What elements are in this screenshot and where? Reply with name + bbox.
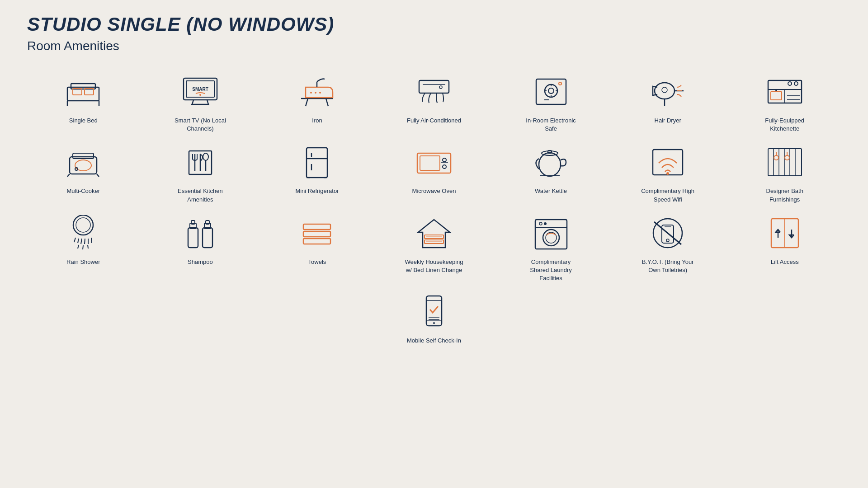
amenity-wifi: Complimentary High Speed Wifi [612, 142, 724, 203]
bath-furnishings-label: Designer Bath Furnishings [755, 187, 814, 203]
bath-furnishings-icon [760, 142, 810, 183]
amenity-single-bed: Single Bed [27, 71, 140, 133]
mini-refrigerator-icon [292, 142, 342, 183]
air-conditioned-icon [409, 71, 459, 112]
svg-point-22 [439, 86, 442, 89]
byot-icon [643, 213, 693, 253]
shampoo-label: Shampoo [188, 258, 213, 266]
svg-line-87 [74, 238, 75, 242]
wifi-label: Complimentary High Speed Wifi [638, 187, 697, 203]
amenities-grid: Single Bed SMART Smart TV (No Local Chan… [27, 71, 841, 345]
amenity-hair-dryer: Hair Dryer [612, 71, 724, 133]
svg-point-32 [655, 83, 675, 99]
svg-point-114 [539, 222, 542, 225]
svg-rect-104 [303, 239, 330, 244]
single-bed-icon [58, 71, 108, 112]
svg-point-81 [774, 155, 778, 160]
svg-point-30 [559, 82, 561, 85]
rain-shower-label: Rain Shower [66, 258, 100, 266]
amenity-microwave-oven: Microwave Oven [378, 142, 491, 203]
laundry-icon [526, 213, 576, 253]
svg-line-14 [306, 99, 308, 106]
amenity-mobile-checkin: Mobile Self Check-In [378, 291, 491, 345]
svg-rect-39 [771, 92, 782, 100]
svg-rect-20 [419, 80, 449, 93]
svg-text:SMART: SMART [192, 87, 208, 92]
svg-point-83 [785, 155, 789, 160]
laundry-label: Complimentary Shared Laundry Facilities [522, 258, 580, 283]
svg-point-19 [319, 92, 321, 94]
amenity-shampoo: Shampoo [144, 213, 257, 283]
amenity-bath-furnishings: Designer Bath Furnishings [728, 142, 841, 203]
amenity-multi-cooker: Multi-Cooker [27, 142, 140, 203]
svg-line-95 [88, 245, 88, 249]
byot-label: B.Y.O.T. (Bring Your Own Toiletries) [638, 258, 697, 274]
amenity-water-kettle: Water Kettle [495, 142, 607, 203]
svg-rect-73 [653, 150, 683, 175]
lift-access-label: Lift Access [771, 258, 799, 266]
amenity-kitchen-amenities: Essential Kitchen Amenities [144, 142, 257, 203]
svg-rect-45 [70, 157, 97, 174]
shampoo-icon [175, 213, 225, 253]
smart-tv-label: Smart TV (No Local Channels) [171, 117, 230, 133]
svg-point-130 [433, 322, 435, 324]
rain-shower-icon [58, 213, 108, 253]
amenity-byot: B.Y.O.T. (Bring Your Own Toiletries) [612, 213, 724, 283]
svg-point-115 [544, 222, 547, 225]
svg-point-41 [788, 82, 792, 85]
svg-point-113 [546, 232, 557, 243]
svg-rect-58 [307, 148, 327, 178]
towels-label: Towels [308, 258, 326, 266]
electronic-safe-label: In-Room Electronic Safe [522, 117, 580, 133]
svg-point-42 [794, 82, 798, 85]
amenity-kitchenette: Fully-Equipped Kitchenette [728, 71, 841, 133]
svg-line-88 [78, 239, 79, 243]
svg-rect-103 [303, 231, 330, 237]
microwave-oven-label: Microwave Oven [412, 187, 456, 195]
lift-access-icon [760, 213, 810, 253]
smart-tv-icon: SMART [175, 71, 225, 112]
svg-line-11 [207, 100, 208, 104]
svg-point-18 [315, 92, 316, 94]
towels-icon [292, 213, 342, 253]
svg-rect-117 [662, 225, 674, 243]
svg-rect-111 [535, 220, 567, 228]
svg-line-15 [326, 99, 328, 106]
housekeeping-icon [409, 213, 459, 253]
kitchen-amenities-icon [175, 142, 225, 183]
multi-cooker-label: Multi-Cooker [66, 187, 100, 195]
svg-line-93 [78, 245, 79, 249]
svg-line-10 [192, 100, 193, 104]
svg-point-24 [545, 84, 557, 97]
iron-label: Iron [312, 117, 322, 125]
svg-rect-65 [420, 156, 440, 170]
wifi-icon [643, 142, 693, 183]
amenity-smart-tv: SMART Smart TV (No Local Channels) [144, 71, 257, 133]
svg-point-57 [203, 153, 208, 160]
svg-point-118 [666, 239, 669, 242]
svg-line-50 [97, 174, 99, 177]
svg-point-35 [662, 87, 667, 93]
svg-point-17 [310, 92, 312, 94]
kitchen-amenities-label: Essential Kitchen Amenities [171, 187, 230, 203]
room-type-title: STUDIO SINGLE (NO WINDOWS) [27, 14, 841, 35]
svg-rect-96 [188, 228, 198, 248]
amenity-rain-shower: Rain Shower [27, 213, 140, 283]
svg-rect-46 [73, 153, 94, 159]
mobile-checkin-icon [409, 291, 459, 332]
electronic-safe-icon [526, 71, 576, 112]
svg-point-86 [76, 218, 90, 232]
svg-line-92 [91, 238, 92, 243]
amenity-electronic-safe: In-Room Electronic Safe [495, 71, 607, 133]
svg-point-67 [443, 165, 446, 169]
svg-point-40 [775, 89, 777, 91]
mobile-checkin-label: Mobile Self Check-In [407, 337, 461, 345]
svg-point-69 [539, 153, 561, 176]
svg-point-9 [199, 94, 201, 96]
svg-rect-102 [303, 224, 330, 230]
water-kettle-icon [526, 142, 576, 183]
svg-rect-71 [548, 150, 552, 153]
multi-cooker-icon [58, 142, 108, 183]
svg-rect-75 [768, 149, 802, 176]
svg-line-94 [83, 245, 83, 249]
